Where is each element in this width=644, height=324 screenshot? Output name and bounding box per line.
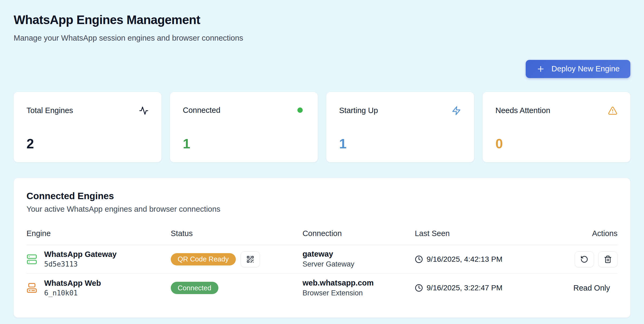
- table-row: WhatsApp Web 6_n10k01 Connected web.what…: [26, 274, 618, 302]
- panel-title: Connected Engines: [26, 190, 618, 202]
- panel-subtitle: Your active WhatsApp engines and browser…: [26, 205, 618, 214]
- restart-engine-button[interactable]: [575, 251, 594, 267]
- col-header-status: Status: [171, 229, 302, 238]
- qr-code-button[interactable]: [241, 251, 260, 267]
- page-title: WhatsApp Engines Management: [14, 13, 630, 27]
- whatsapp-engines-page: WhatsApp Engines Management Manage your …: [0, 0, 644, 318]
- page-subtitle: Manage your WhatsApp session engines and…: [14, 33, 630, 43]
- engine-id: 6_n10k01: [44, 289, 101, 297]
- stat-card-total-engines: Total Engines 2: [14, 92, 161, 162]
- col-header-actions: Actions: [552, 229, 618, 238]
- computer-icon: [26, 283, 37, 293]
- status-badge: QR Code Ready: [171, 253, 236, 265]
- deploy-new-engine-button[interactable]: Deploy New Engine: [526, 60, 630, 78]
- green-dot-icon: [297, 107, 303, 113]
- stat-value: 2: [26, 137, 149, 151]
- rotate-ccw-icon: [580, 255, 588, 263]
- delete-engine-button[interactable]: [598, 251, 618, 267]
- connection-name: gateway: [302, 250, 415, 259]
- engine-name: WhatsApp Gateway: [44, 250, 117, 259]
- col-header-engine: Engine: [26, 229, 171, 238]
- stat-value: 1: [183, 137, 305, 151]
- toolbar: Deploy New Engine: [14, 60, 630, 78]
- connection-name: web.whatsapp.com: [302, 279, 415, 287]
- zap-icon: [452, 106, 461, 115]
- trash-icon: [604, 255, 612, 263]
- alert-triangle-icon: [608, 106, 618, 115]
- qr-code-icon: [246, 255, 254, 263]
- stat-value: 0: [495, 137, 618, 151]
- stat-value: 1: [339, 137, 461, 151]
- engine-id: 5d5e3113: [44, 260, 117, 268]
- stat-label: Connected: [183, 106, 220, 115]
- stat-label: Total Engines: [26, 106, 73, 115]
- col-header-connection: Connection: [302, 229, 415, 238]
- connection-type: Server Gateway: [302, 260, 415, 268]
- connected-engines-panel: Connected Engines Your active WhatsApp e…: [14, 178, 630, 318]
- table-header-row: Engine Status Connection Last Seen Actio…: [26, 229, 618, 245]
- status-badge: Connected: [171, 282, 218, 294]
- table-row: WhatsApp Gateway 5d5e3113 QR Code Ready: [26, 245, 618, 274]
- read-only-label: Read Only: [573, 284, 618, 292]
- server-icon: [26, 254, 37, 265]
- engine-name: WhatsApp Web: [44, 279, 101, 288]
- stat-card-connected: Connected 1: [170, 92, 318, 162]
- stat-card-starting-up: Starting Up 1: [326, 92, 474, 162]
- stat-label: Starting Up: [339, 106, 378, 115]
- connection-type: Browser Extension: [302, 289, 415, 297]
- clock-icon: [415, 255, 423, 263]
- col-header-last-seen: Last Seen: [415, 229, 552, 238]
- stats-row: Total Engines 2 Connected 1 Starting Up …: [14, 92, 630, 162]
- activity-icon: [139, 106, 149, 115]
- stat-card-needs-attention: Needs Attention 0: [483, 92, 630, 162]
- deploy-new-engine-label: Deploy New Engine: [551, 64, 620, 73]
- engines-table: Engine Status Connection Last Seen Actio…: [26, 229, 618, 302]
- last-seen-text: 9/16/2025, 3:22:47 PM: [427, 284, 502, 292]
- last-seen-text: 9/16/2025, 4:42:13 PM: [427, 255, 502, 264]
- stat-label: Needs Attention: [495, 106, 550, 115]
- plus-icon: [536, 65, 545, 73]
- clock-icon: [415, 284, 423, 292]
